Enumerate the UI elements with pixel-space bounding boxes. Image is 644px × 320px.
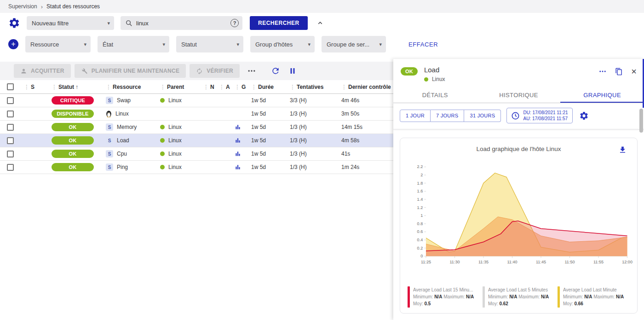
legend-item[interactable]: Average Load Last 5 Minutes Minimum: N/A… bbox=[483, 286, 555, 308]
pause-icon[interactable] bbox=[288, 67, 297, 75]
drag-handle-icon[interactable]: ⋮ bbox=[203, 84, 209, 90]
sort-asc-icon[interactable]: ↑ bbox=[75, 84, 78, 90]
svg-text:0: 0 bbox=[420, 254, 423, 258]
column-header-1[interactable]: ⋮S bbox=[20, 84, 47, 90]
graph-icon[interactable] bbox=[235, 124, 241, 130]
range-1-jour-button[interactable]: 1 JOUR bbox=[400, 110, 431, 122]
column-label: Durée bbox=[258, 84, 274, 90]
tab-graphique[interactable]: GRAPHIQUE bbox=[560, 87, 644, 103]
column-header-4[interactable]: ⋮Parent bbox=[156, 84, 200, 90]
row-checkbox[interactable] bbox=[7, 124, 14, 131]
chevron-down-icon: ▾ bbox=[162, 41, 165, 47]
graph-icon[interactable] bbox=[235, 137, 241, 144]
drag-handle-icon[interactable]: ⋮ bbox=[160, 84, 166, 90]
host-penguin-icon bbox=[106, 111, 112, 117]
row-checkbox[interactable] bbox=[7, 137, 14, 144]
range-31-jours-button[interactable]: 31 JOURS bbox=[464, 110, 501, 122]
drag-handle-icon[interactable]: ⋮ bbox=[235, 84, 240, 90]
filter-select-groupe-hotes[interactable]: Group d'hôtes ▾ bbox=[250, 36, 315, 52]
filters-settings-icon[interactable] bbox=[8, 17, 20, 29]
row-checkbox[interactable] bbox=[7, 151, 14, 157]
column-header-6[interactable]: ⋮A bbox=[215, 84, 231, 90]
download-icon[interactable] bbox=[618, 145, 627, 154]
drag-handle-icon[interactable]: ⋮ bbox=[106, 84, 111, 90]
window-scrollbar-thumb[interactable] bbox=[639, 109, 643, 133]
panel-more-icon[interactable] bbox=[598, 67, 607, 76]
drag-handle-icon[interactable]: ⋮ bbox=[251, 84, 257, 90]
row-checkbox-cell bbox=[0, 151, 20, 157]
status-cell: CRITIQUE bbox=[47, 96, 102, 105]
row-checkbox[interactable] bbox=[7, 111, 14, 117]
acknowledge-button[interactable]: ACQUITTER bbox=[14, 64, 71, 78]
column-header-8[interactable]: ⋮Durée bbox=[247, 84, 286, 90]
filter-select-groupe-services[interactable]: Groupe de ser... ▾ bbox=[322, 36, 386, 52]
column-header-5[interactable]: ⋮N bbox=[200, 84, 215, 90]
help-icon[interactable]: ? bbox=[230, 19, 239, 27]
drag-handle-icon[interactable]: ⋮ bbox=[290, 84, 295, 90]
chevron-up-icon[interactable] bbox=[316, 19, 324, 27]
status-cell: OK bbox=[47, 136, 102, 145]
column-header-3[interactable]: ⋮Ressource bbox=[102, 84, 156, 90]
date-range-picker[interactable]: DU: 17/08/2021 11:21 AU: 17/08/2021 11:5… bbox=[506, 108, 572, 123]
search-button[interactable]: RECHERCHER bbox=[250, 16, 308, 30]
row-checkbox[interactable] bbox=[7, 97, 14, 104]
parent-cell: Linux bbox=[156, 151, 200, 157]
saved-filter-select[interactable]: Nouveau filtre ▾ bbox=[27, 16, 114, 30]
more-actions-icon[interactable] bbox=[247, 66, 256, 76]
range-7-jours-button[interactable]: 7 JOURS bbox=[431, 110, 465, 122]
svg-text:12:00: 12:00 bbox=[622, 260, 632, 264]
filter-label: Statut bbox=[181, 41, 197, 48]
select-all-checkbox[interactable] bbox=[7, 83, 14, 90]
svg-text:11:55: 11:55 bbox=[593, 260, 604, 264]
tab-historique[interactable]: HISTORIQUE bbox=[477, 87, 561, 103]
close-icon[interactable]: × bbox=[631, 67, 637, 76]
graph-icon[interactable] bbox=[235, 151, 241, 157]
table-row[interactable]: OK S Cpu Linux 1w 5d 1/3 (H) 41s bbox=[0, 147, 393, 161]
parent-name: Linux bbox=[168, 97, 182, 104]
table-row[interactable]: OK S Load Linux 1w 5d 1/3 (H) 4m 58s bbox=[0, 134, 393, 147]
duration-value: 1w 5d bbox=[247, 124, 286, 130]
svg-text:11:25: 11:25 bbox=[421, 260, 431, 264]
clear-filters-button[interactable]: EFFACER bbox=[408, 41, 438, 48]
search-input[interactable] bbox=[136, 20, 227, 27]
drag-handle-icon[interactable]: ⋮ bbox=[219, 84, 224, 90]
row-checkbox[interactable] bbox=[7, 164, 14, 171]
copy-icon[interactable] bbox=[615, 68, 623, 76]
tab-details[interactable]: DÉTAILS bbox=[393, 87, 477, 103]
parent-status-dot bbox=[160, 165, 165, 169]
breadcrumb-supervision[interactable]: Supervision bbox=[8, 3, 37, 10]
drag-handle-icon[interactable]: ⋮ bbox=[341, 84, 347, 90]
filter-select-statut[interactable]: Statut ▾ bbox=[176, 36, 243, 52]
filter-select-ressource[interactable]: Ressource ▾ bbox=[25, 36, 91, 52]
svg-text:0.8: 0.8 bbox=[417, 221, 423, 226]
add-filter-icon[interactable]: + bbox=[8, 39, 18, 49]
column-header-2[interactable]: ⋮Statut↑ bbox=[47, 84, 102, 90]
legend-item[interactable]: Average Load Last Minute Minimum: N/A Ma… bbox=[558, 286, 630, 308]
check-button[interactable]: VÉRIFIER bbox=[190, 64, 240, 78]
table-row[interactable]: CRITIQUE S Swap Linux 1w 5d 3/3 (H) 4m 4… bbox=[0, 94, 393, 107]
table-row[interactable]: DISPONIBLE S Linux 1w 5d 1/3 (H) 3m 50s bbox=[0, 107, 393, 121]
svg-text:1.6: 1.6 bbox=[417, 189, 423, 193]
column-header-9[interactable]: ⋮Tentatives bbox=[286, 84, 338, 90]
parent-name: Linux bbox=[168, 137, 182, 144]
graph-icon[interactable] bbox=[235, 164, 241, 170]
filter-label: État bbox=[103, 41, 113, 48]
legend-minmax: Minimum: N/A Maximum: N/A bbox=[488, 293, 549, 300]
tries-value: 3/3 (H) bbox=[286, 97, 338, 104]
drag-handle-icon[interactable]: ⋮ bbox=[24, 84, 29, 90]
table-row[interactable]: OK S Ping Linux 1w 5d 1/3 (H) 1m 24s bbox=[0, 161, 393, 174]
column-header-7[interactable]: ⋮G bbox=[231, 84, 247, 90]
drag-handle-icon[interactable]: ⋮ bbox=[52, 84, 57, 90]
maintenance-button[interactable]: PLANIFIER UNE MAINTENANCE bbox=[75, 64, 186, 78]
svg-text:11:45: 11:45 bbox=[536, 260, 546, 264]
table-row[interactable]: OK S Memory Linux 1w 5d 1/3 (H) 14m 15s bbox=[0, 121, 393, 134]
resource-name: Cpu bbox=[117, 151, 127, 157]
legend-item[interactable]: Average Load Last 15 Minu... Minimum: N/… bbox=[408, 286, 480, 308]
refresh-icon[interactable] bbox=[271, 66, 280, 76]
filter-select-etat[interactable]: État ▾ bbox=[98, 36, 169, 52]
column-header-10[interactable]: ⋮Dernier contrôle bbox=[338, 84, 393, 90]
graph-settings-icon[interactable] bbox=[579, 111, 589, 121]
last-check-value: 1m 24s bbox=[338, 164, 393, 170]
last-check-value: 3m 50s bbox=[338, 111, 393, 117]
search-box[interactable]: ? bbox=[121, 16, 242, 30]
